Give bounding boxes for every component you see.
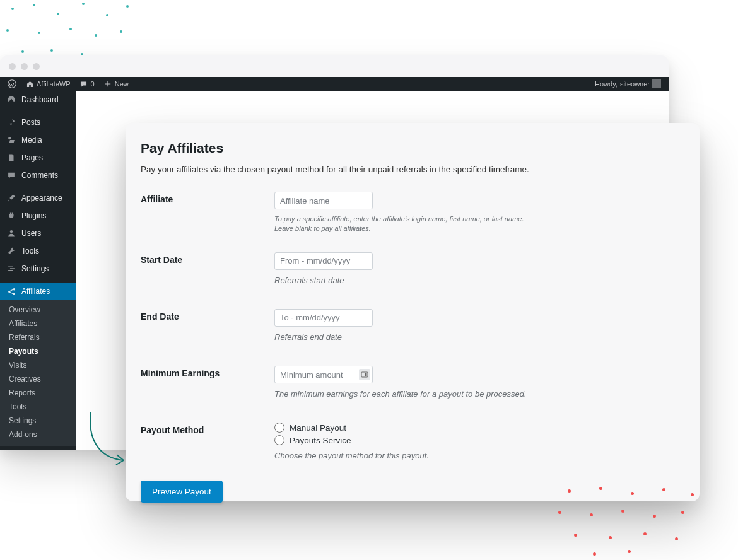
plug-icon (6, 211, 16, 221)
field-row-end-date: End Date Referrals end date (141, 309, 684, 343)
browser-titlebar (0, 55, 669, 77)
submenu-settings[interactable]: Settings (0, 414, 76, 428)
affiliates-submenu: Overview Affiliates Referrals Payouts Vi… (0, 300, 76, 446)
sidebar-item-label: Tools (21, 247, 39, 255)
wrench-icon (6, 246, 16, 256)
svg-rect-6 (365, 373, 367, 376)
username: siteowner (620, 80, 650, 88)
sidebar-item-settings[interactable]: Settings (0, 260, 76, 277)
sidebar-item-label: Appearance (21, 194, 62, 202)
comment-icon (79, 79, 88, 88)
start-date-help: Referrals start date (274, 275, 684, 286)
affiliate-input[interactable] (274, 192, 373, 209)
payout-method-service-radio[interactable] (274, 435, 284, 445)
submenu-addons[interactable]: Add-ons (0, 428, 76, 441)
affiliates-icon (6, 286, 16, 296)
sidebar-item-affiliates[interactable]: Affiliates (0, 283, 76, 300)
sidebar-item-label: Settings (21, 264, 49, 273)
media-icon (6, 135, 16, 145)
payout-method-manual-radio[interactable] (274, 423, 284, 433)
preview-payout-button[interactable]: Preview Payout (141, 481, 223, 503)
wordpress-icon (8, 79, 16, 88)
submenu-tools[interactable]: Tools (0, 400, 76, 414)
decorative-teal-dots (0, 0, 139, 63)
page-title: Pay Affiliates (141, 141, 684, 156)
plus-icon (103, 79, 112, 88)
submenu-affiliates[interactable]: Affiliates (0, 317, 76, 330)
svg-point-0 (8, 80, 16, 88)
home-icon (25, 79, 34, 88)
payout-method-manual-label[interactable]: Manual Payout (290, 423, 346, 433)
window-close-icon (9, 63, 16, 70)
number-stepper-icon[interactable] (359, 369, 370, 380)
brush-icon (6, 193, 16, 203)
start-date-label: Start Date (141, 252, 274, 265)
sidebar-item-label: Pages (21, 153, 43, 162)
sidebar-item-label: Media (21, 136, 42, 144)
sidebar-item-appearance[interactable]: Appearance (0, 189, 76, 207)
avatar-icon (652, 79, 661, 88)
submenu-referrals[interactable]: Referrals (0, 330, 76, 344)
collapse-menu-button[interactable]: Collapse menu (0, 446, 76, 450)
sidebar-item-pages[interactable]: Pages (0, 149, 76, 166)
start-date-input[interactable] (274, 252, 373, 270)
sidebar-item-label: Affiliates (21, 287, 50, 296)
sidebar-item-users[interactable]: Users (0, 225, 76, 242)
sidebar-item-media[interactable]: Media (0, 131, 76, 149)
new-content-link[interactable]: New (101, 79, 131, 88)
field-row-minimum-earnings: Minimum Earnings The minimum earnings fo… (141, 366, 684, 400)
wp-admin-bar: AffiliateWP 0 New Howdy, siteowner (0, 77, 669, 91)
submenu-payouts[interactable]: Payouts (0, 344, 76, 358)
minimum-earnings-label: Minimum Earnings (141, 366, 274, 378)
sidebar-item-tools[interactable]: Tools (0, 242, 76, 260)
sidebar-item-posts[interactable]: Posts (0, 114, 76, 131)
sidebar-item-label: Dashboard (21, 95, 59, 104)
sidebar-item-label: Users (21, 229, 41, 238)
payout-method-label: Payout Method (141, 423, 274, 435)
window-zoom-icon (33, 63, 40, 70)
field-row-affiliate: Affiliate To pay a specific affiliate, e… (141, 192, 684, 233)
pin-icon (6, 117, 16, 127)
pay-affiliates-card: Pay Affiliates Pay your affiliates via t… (126, 123, 700, 501)
field-row-start-date: Start Date Referrals start date (141, 252, 684, 286)
submenu-creatives[interactable]: Creatives (0, 372, 76, 386)
site-name-link[interactable]: AffiliateWP (23, 79, 73, 88)
sidebar-item-label: Posts (21, 118, 40, 127)
page-icon (6, 153, 16, 163)
sliders-icon (6, 264, 16, 274)
affiliate-help: To pay a specific affiliate, enter the a… (274, 214, 684, 233)
submenu-visits[interactable]: Visits (0, 358, 76, 372)
end-date-label: End Date (141, 309, 274, 322)
sidebar-item-comments[interactable]: Comments (0, 166, 76, 184)
end-date-input[interactable] (274, 309, 373, 327)
dashboard-icon (6, 95, 16, 105)
wp-sidebar: Dashboard Posts Media Pages Comments App… (0, 91, 76, 450)
sidebar-item-plugins[interactable]: Plugins (0, 207, 76, 225)
sidebar-item-dashboard[interactable]: Dashboard (0, 91, 76, 108)
site-name-label: AffiliateWP (37, 80, 71, 88)
submenu-reports[interactable]: Reports (0, 386, 76, 400)
payout-method-help: Choose the payout method for this payout… (274, 450, 684, 462)
new-label: New (115, 80, 129, 88)
sidebar-item-label: Comments (21, 171, 58, 180)
field-row-payout-method: Payout Method Manual Payout Payouts Serv… (141, 423, 684, 462)
comments-count: 0 (91, 80, 95, 88)
account-menu[interactable]: Howdy, siteowner (592, 79, 664, 88)
payout-method-service-label[interactable]: Payouts Service (290, 436, 351, 445)
minimum-earnings-input[interactable] (274, 366, 373, 383)
comments-link[interactable]: 0 (77, 79, 97, 88)
page-description: Pay your affiliates via the chosen payou… (141, 165, 684, 174)
wp-logo-menu[interactable] (5, 79, 19, 88)
svg-point-1 (10, 230, 13, 233)
window-minimize-icon (21, 63, 28, 70)
user-icon (6, 228, 16, 238)
sidebar-item-label: Plugins (21, 211, 46, 220)
minimum-earnings-help: The minimum earnings for each affiliate … (274, 388, 684, 400)
comment-icon (6, 170, 16, 180)
affiliate-label: Affiliate (141, 192, 274, 204)
end-date-help: Referrals end date (274, 332, 684, 343)
howdy-prefix: Howdy, (595, 80, 618, 88)
submenu-overview[interactable]: Overview (0, 303, 76, 317)
